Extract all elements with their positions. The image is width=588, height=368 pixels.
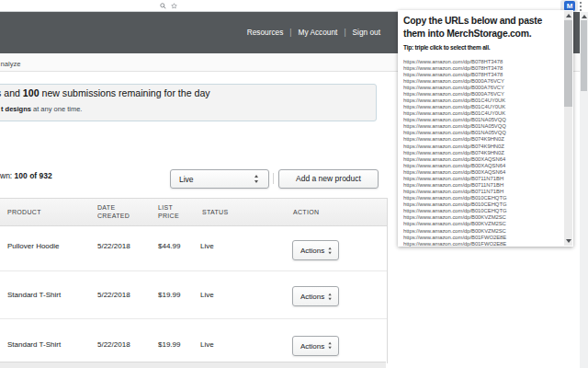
cell-list-price: $44.99	[158, 242, 180, 250]
cell-date-created: 5/22/2018	[97, 242, 130, 250]
cell-status: Live	[200, 242, 214, 250]
products-shown-summary: wn: 100 of 932	[0, 171, 52, 180]
actions-button[interactable]: Actions	[292, 240, 339, 260]
popup-url[interactable]: https://www.amazon.com/dp/B0711N71BH	[403, 182, 561, 189]
popup-url[interactable]: https://www.amazon.com/dp/B078HT3478	[403, 65, 561, 72]
popup-url[interactable]: https://www.amazon.com/dp/B074K9HN0Z	[403, 136, 561, 143]
page-scrollbar-thumb[interactable]	[581, 20, 587, 91]
popup-url[interactable]: https://www.amazon.com/dp/B0711N71BH	[403, 176, 561, 182]
summary-prefix: wn:	[0, 171, 15, 180]
actions-button[interactable]: Actions	[292, 336, 339, 356]
popup-scroll-down-icon[interactable]	[566, 239, 571, 243]
popup-url[interactable]: https://www.amazon.com/dp/B01FWO2E8E	[403, 235, 561, 241]
zoom-icon[interactable]	[160, 3, 166, 9]
actions-spinner-icon	[328, 293, 332, 300]
table-rows: Pullover Hoodie 5/22/2018 $44.99 Live Ac…	[0, 226, 387, 362]
cell-date-created: 5/22/2018	[97, 291, 130, 299]
notice-line1: s and 100 new submissions remaining for …	[0, 87, 210, 98]
popup-url[interactable]: https://www.amazon.com/dp/B010CEHQTG	[403, 201, 561, 208]
controls-divider	[273, 173, 274, 184]
actions-spinner-icon	[328, 342, 332, 350]
popup-url[interactable]: https://www.amazon.com/dp/B0711N71BH	[403, 189, 561, 195]
popup-url[interactable]: https://www.amazon.com/dp/B01C4UY0UK	[403, 110, 561, 117]
status-filter-select[interactable]: Live	[170, 169, 269, 189]
links-separator: |	[289, 28, 291, 37]
nav-tab-analyze[interactable]: nalyze	[1, 60, 21, 68]
popup-scrollbar-thumb[interactable]	[564, 20, 572, 107]
products-table: PRODUCT DATE CREATED LIST PRICE STATUS A…	[0, 198, 388, 363]
popup-url[interactable]: https://www.amazon.com/dp/B00KVZM2SC	[403, 214, 561, 221]
col-action: ACTION	[293, 208, 319, 216]
popup-url[interactable]: https://www.amazon.com/dp/B000A76VCY	[403, 78, 561, 85]
notice-line1-count: 100	[23, 87, 40, 98]
cell-date-created: 5/22/2018	[97, 340, 130, 349]
popup-url[interactable]: https://www.amazon.com/dp/B074K9HN0Z	[403, 150, 561, 156]
col-list-price: LIST PRICE	[158, 203, 186, 220]
add-product-button[interactable]: Add a new product	[278, 169, 379, 189]
popup-url-list[interactable]: https://www.amazon.com/dp/B078HT3478 htt…	[403, 59, 561, 247]
popup-url[interactable]: https://www.amazon.com/dp/B010CEHQTG	[403, 208, 561, 214]
table-footer-band	[0, 362, 386, 368]
popup-url[interactable]: https://www.amazon.com/dp/B000A76VCY	[403, 91, 561, 98]
popup-title: Copy the URLs below and paste them into …	[403, 15, 542, 40]
notice-line2-bold: t designs	[1, 105, 31, 113]
popup-url[interactable]: https://www.amazon.com/dp/B078HT3478	[403, 72, 561, 78]
popup-url[interactable]: https://www.amazon.com/dp/B010CEHQTG	[403, 195, 561, 201]
summary-count: 100 of 932	[15, 171, 52, 180]
popup-scrollbar[interactable]	[564, 11, 572, 246]
extension-popup: Copy the URLs below and paste them into …	[398, 10, 573, 247]
table-header-row: PRODUCT DATE CREATED LIST PRICE STATUS A…	[0, 199, 387, 226]
popup-scroll-up-icon[interactable]	[566, 14, 571, 17]
link-my-account[interactable]: My Account	[299, 28, 338, 37]
notice-line1-prefix: s and	[0, 87, 23, 98]
popup-url[interactable]: https://www.amazon.com/dp/B000A76VCY	[403, 85, 561, 91]
bookmark-star-icon[interactable]	[171, 3, 177, 9]
page-scrollbar[interactable]	[580, 12, 588, 368]
links-separator: |	[344, 28, 345, 37]
col-date-created: DATE CREATED	[97, 203, 134, 220]
popup-url[interactable]: https://www.amazon.com/dp/B00XAQSN64	[403, 169, 561, 176]
page-scroll-up-icon[interactable]	[582, 15, 587, 18]
popup-url[interactable]: https://www.amazon.com/dp/B01C4UY0UK	[403, 98, 561, 104]
cell-product: Standard T-Shirt	[7, 340, 61, 349]
popup-url[interactable]: https://www.amazon.com/dp/B01NA05VQQ	[403, 123, 561, 130]
submissions-notice: s and 100 new submissions remaining for …	[0, 84, 377, 121]
link-sign-out[interactable]: Sign out	[353, 28, 380, 37]
actions-button[interactable]: Actions	[292, 286, 339, 306]
cell-status: Live	[200, 340, 214, 349]
site-header-links: Resources|My Account|Sign out	[247, 28, 380, 37]
popup-url[interactable]: https://www.amazon.com/dp/B01NA05VQQ	[403, 130, 561, 136]
col-product: PRODUCT	[7, 208, 41, 216]
popup-url[interactable]: https://www.amazon.com/dp/B00KVZM2SC	[403, 228, 561, 235]
actions-spinner-icon	[328, 247, 332, 254]
cell-product: Pullover Hoodie	[7, 242, 59, 250]
table-row: Pullover Hoodie 5/22/2018 $44.99 Live Ac…	[0, 226, 387, 271]
link-resources[interactable]: Resources	[247, 28, 284, 37]
col-status: STATUS	[202, 208, 228, 216]
table-row: Standard T-Shirt 5/22/2018 $19.99 Live A…	[0, 319, 387, 362]
cell-product: Standard T-Shirt	[7, 291, 61, 299]
notice-line2-rest: at any one time.	[31, 105, 82, 113]
popup-url[interactable]: https://www.amazon.com/dp/B078HT3478	[403, 59, 561, 65]
cell-list-price: $19.99	[158, 340, 180, 349]
cell-list-price: $19.99	[158, 291, 180, 299]
browser-menu-icon[interactable]	[579, 2, 582, 11]
status-filter-value: Live	[179, 175, 194, 184]
popup-url[interactable]: https://www.amazon.com/dp/B00KVZM2SC	[403, 221, 561, 227]
cell-status: Live	[200, 291, 214, 299]
popup-url[interactable]: https://www.amazon.com/dp/B00XAQSN64	[403, 156, 561, 163]
notice-line1-rest: new submissions remaining for the day	[40, 87, 210, 98]
popup-url[interactable]: https://www.amazon.com/dp/B01NA05VQQ	[403, 117, 561, 123]
popup-url[interactable]: https://www.amazon.com/dp/B074K9HN0Z	[403, 144, 561, 150]
table-row: Standard T-Shirt 5/22/2018 $19.99 Live A…	[0, 271, 387, 319]
popup-url[interactable]: https://www.amazon.com/dp/B01C4UY0UK	[403, 104, 561, 110]
actions-button-label: Actions	[300, 293, 324, 301]
popup-url[interactable]: https://www.amazon.com/dp/B01FWO2E8E	[403, 241, 561, 247]
actions-button-label: Actions	[300, 247, 324, 255]
popup-url[interactable]: https://www.amazon.com/dp/B00XAQSN64	[403, 163, 561, 169]
select-spinner-icon	[254, 175, 259, 183]
popup-tip: Tip: triple click to select them all.	[403, 44, 490, 51]
notice-line2: t designs at any one time.	[1, 105, 82, 113]
actions-button-label: Actions	[300, 342, 324, 351]
